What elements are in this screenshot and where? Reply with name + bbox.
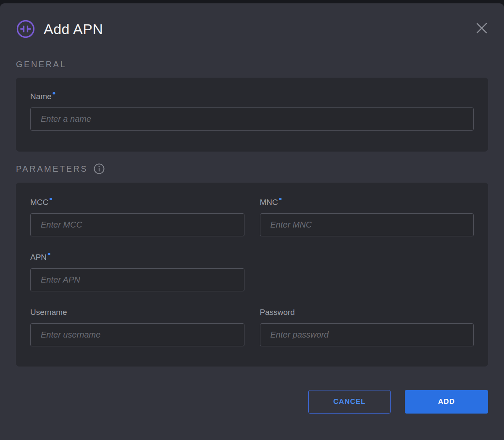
mnc-input[interactable] — [260, 213, 474, 236]
empty-grid-cell — [260, 253, 474, 291]
name-field: Name• — [30, 92, 474, 131]
mcc-input[interactable] — [30, 213, 244, 236]
add-button[interactable]: ADD — [405, 390, 488, 414]
general-panel: Name• — [16, 78, 488, 152]
name-input[interactable] — [30, 107, 474, 131]
username-field: Username — [30, 308, 244, 346]
section-parameters-label: PARAMETERS — [16, 164, 88, 174]
section-general: GENERAL — [16, 60, 488, 69]
username-label: Username — [30, 308, 244, 317]
apn-input[interactable] — [30, 268, 244, 291]
dialog-header: Add APN — [16, 3, 488, 39]
required-dot: • — [52, 88, 56, 98]
dialog-footer: CANCEL ADD — [16, 390, 488, 414]
required-dot: • — [47, 249, 51, 259]
cancel-button[interactable]: CANCEL — [308, 390, 391, 414]
password-label: Password — [260, 308, 474, 317]
section-parameters: PARAMETERS — [16, 163, 488, 174]
required-dot: • — [279, 194, 282, 204]
apn-label: APN• — [30, 253, 244, 262]
info-icon[interactable] — [94, 163, 105, 174]
mcc-field: MCC• — [30, 198, 244, 236]
close-icon[interactable] — [475, 21, 489, 35]
mcc-label: MCC• — [30, 198, 244, 207]
mnc-field: MNC• — [260, 198, 474, 236]
apn-field: APN• — [30, 253, 244, 291]
add-apn-dialog: Add APN GENERAL Name• PARAMETERS — [0, 3, 504, 440]
password-input[interactable] — [260, 323, 474, 346]
apn-connection-icon — [16, 19, 35, 39]
section-general-label: GENERAL — [16, 60, 66, 69]
mnc-label: MNC• — [260, 198, 474, 207]
dialog-title: Add APN — [44, 21, 103, 37]
required-dot: • — [49, 194, 52, 204]
parameters-panel: MCC• MNC• APN• Username Password — [16, 183, 488, 367]
password-field: Password — [260, 308, 474, 346]
name-label: Name• — [30, 92, 474, 101]
username-input[interactable] — [30, 323, 244, 346]
